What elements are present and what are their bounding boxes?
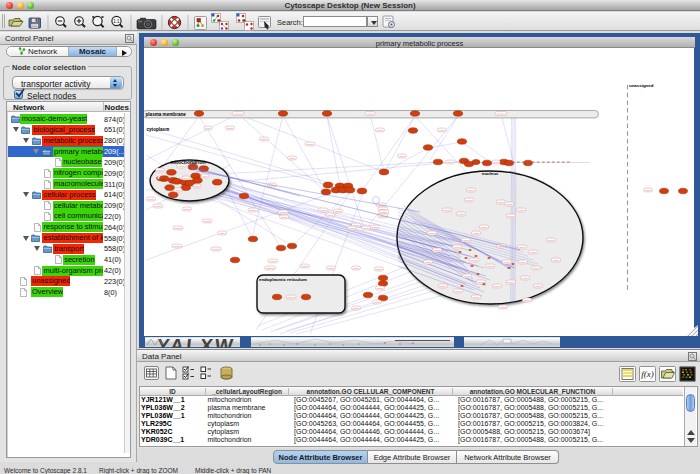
- svg-text:unassigned: unassigned: [629, 83, 654, 88]
- svg-text:1:1: 1:1: [113, 19, 120, 24]
- svg-text:cytoplasm: cytoplasm: [147, 127, 170, 132]
- svg-text:endoplasmic reticulum: endoplasmic reticulum: [259, 277, 307, 282]
- svg-text:nucleus: nucleus: [482, 171, 499, 176]
- svg-text:YALXW: YALXW: [156, 336, 234, 348]
- svg-text:mitochondrion: mitochondrion: [171, 159, 206, 165]
- svg-text:f(x): f(x): [641, 369, 654, 379]
- svg-text:plasma membrane: plasma membrane: [146, 112, 187, 117]
